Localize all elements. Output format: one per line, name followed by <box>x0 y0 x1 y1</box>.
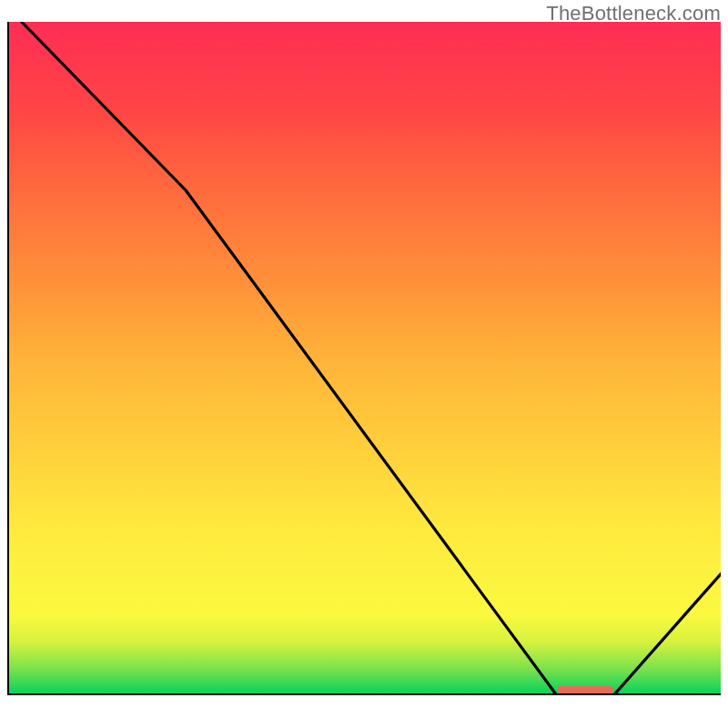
bottleneck-curve <box>7 22 721 695</box>
optimum-marker <box>557 686 614 693</box>
gradient-area <box>7 22 721 695</box>
plot-frame <box>7 22 721 728</box>
y-axis <box>7 22 9 695</box>
x-axis <box>7 693 721 695</box>
